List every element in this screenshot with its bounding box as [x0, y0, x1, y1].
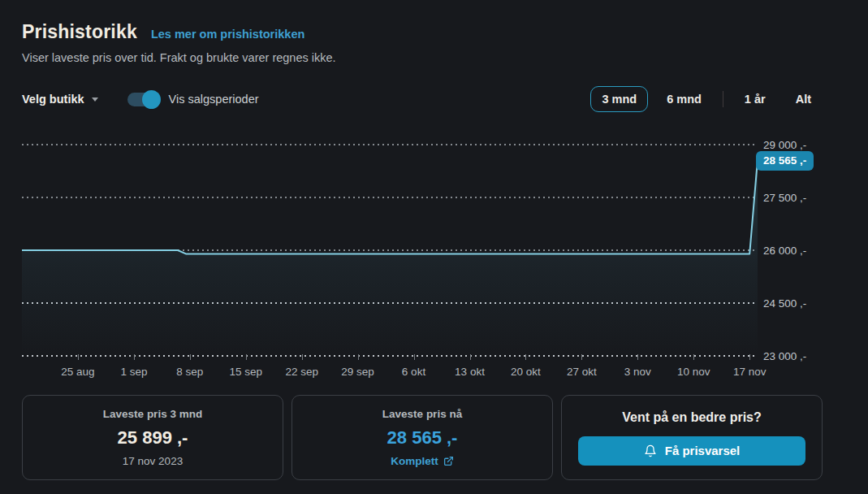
page-subtitle: Viser laveste pris over tid. Frakt og br…	[22, 51, 823, 64]
x-axis-label: 8 sep	[164, 366, 216, 378]
card-lowest-price-3mnd: Laveste pris 3 mnd 25 899 ,- 17 nov 2023	[22, 395, 283, 480]
header: Prishistorikk Les mer om prishistorikken	[22, 21, 823, 43]
price-line-plot	[22, 136, 823, 388]
x-axis-label: 10 nov	[667, 366, 719, 378]
gridline	[22, 197, 758, 198]
range-button-1yr[interactable]: 1 år	[733, 86, 777, 112]
x-axis-label: 17 nov	[723, 366, 775, 378]
gridline	[22, 302, 758, 304]
x-axis-label: 20 okt	[499, 366, 551, 378]
x-axis-label: 22 sep	[276, 366, 328, 378]
range-button-all[interactable]: Alt	[784, 86, 823, 112]
card-label: Laveste pris 3 mnd	[103, 408, 202, 420]
select-store-label: Velg butikk	[22, 93, 84, 106]
y-axis-label: 27 500 ,-	[763, 192, 806, 204]
x-axis-tick	[525, 354, 526, 360]
lowest-price-3mnd-date: 17 nov 2023	[123, 455, 183, 467]
range-button-6mnd[interactable]: 6 mnd	[655, 86, 713, 112]
x-axis-tick	[414, 354, 415, 360]
range-group-divider	[723, 91, 723, 107]
range-selector: 3 mnd 6 mnd 1 år Alt	[590, 86, 823, 112]
x-axis-label: 25 aug	[52, 366, 104, 378]
x-axis-tick	[246, 354, 247, 360]
toggle-knob	[142, 90, 161, 109]
store-link-komplett[interactable]: Komplett	[391, 455, 454, 467]
sales-periods-toggle[interactable]	[127, 93, 158, 106]
sales-periods-label: Vis salgsperioder	[169, 93, 259, 106]
y-axis-label: 26 000 ,-	[763, 245, 806, 257]
chevron-down-icon	[92, 98, 98, 102]
card-lowest-price-now: Laveste pris nå 28 565 ,- Komplett	[291, 395, 553, 480]
price-history-info-link[interactable]: Les mer om prishistorikken	[151, 28, 304, 41]
x-axis-tick	[693, 354, 694, 360]
gridline	[22, 249, 758, 251]
external-link-icon	[443, 456, 454, 466]
x-axis-label: 27 okt	[555, 366, 607, 378]
card-label: Laveste pris nå	[382, 408, 462, 420]
select-store-button[interactable]: Velg butikk	[22, 93, 98, 106]
current-price-badge: 28 565 ,-	[756, 151, 814, 171]
x-axis-label: 29 sep	[332, 366, 384, 378]
price-alert-button[interactable]: Få prisvarsel	[578, 436, 805, 466]
card-price-alert: Vent på en bedre pris? Få prisvarsel	[561, 395, 823, 480]
x-axis-tick	[749, 354, 750, 360]
y-axis-label: 29 000 ,-	[763, 139, 806, 151]
x-axis-label: 1 sep	[108, 366, 160, 378]
store-link-label: Komplett	[391, 455, 438, 467]
y-axis-label: 23 000 ,-	[763, 350, 806, 362]
summary-cards: Laveste pris 3 mnd 25 899 ,- 17 nov 2023…	[22, 395, 823, 480]
x-axis-tick	[637, 354, 638, 360]
bell-icon	[644, 444, 657, 457]
price-alert-button-label: Få prisvarsel	[665, 444, 741, 457]
price-history-chart[interactable]: 28 565 ,- 29 000 ,-27 500 ,-26 000 ,-24 …	[22, 136, 823, 388]
y-axis-label: 24 500 ,-	[763, 297, 806, 310]
x-axis-label: 15 sep	[220, 366, 272, 378]
gridline	[22, 355, 758, 357]
x-axis-tick	[358, 354, 359, 360]
price-history-section: Prishistorikk Les mer om prishistorikken…	[0, 0, 868, 480]
price-alert-title: Vent på en bedre pris?	[622, 410, 762, 425]
x-axis-tick	[134, 354, 135, 360]
chart-controls: Velg butikk Vis salgsperioder 3 mnd 6 mn…	[22, 84, 823, 114]
x-axis-tick	[190, 354, 191, 360]
lowest-price-3mnd-value: 25 899 ,-	[118, 427, 188, 448]
x-axis-label: 13 okt	[444, 366, 496, 378]
x-axis-label: 3 nov	[611, 366, 663, 378]
page-title: Prishistorikk	[22, 21, 137, 43]
range-button-3mnd[interactable]: 3 mnd	[590, 86, 648, 112]
lowest-price-now-value: 28 565 ,-	[387, 427, 458, 448]
x-axis-label: 6 okt	[388, 366, 440, 378]
gridline	[22, 144, 758, 145]
x-axis-tick	[470, 354, 471, 360]
x-axis-tick	[302, 354, 303, 360]
x-axis-tick	[78, 354, 79, 360]
x-axis-tick	[581, 354, 582, 360]
